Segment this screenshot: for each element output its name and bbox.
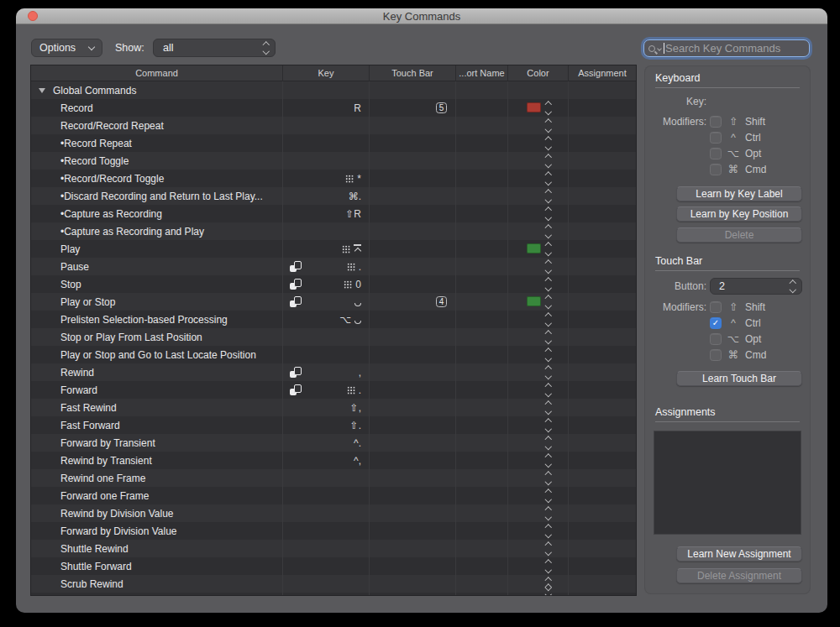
stepper-up-icon[interactable] [545,102,552,108]
table-row[interactable]: Forward by Division Value [31,522,636,540]
table-row[interactable]: Forward one Frame [31,487,636,504]
search-input[interactable] [665,42,805,55]
stepper-up-icon[interactable] [545,507,552,514]
opt-checkbox[interactable] [710,148,722,159]
color-stepper[interactable] [546,314,551,325]
color-stepper[interactable] [546,138,551,149]
table-row[interactable]: Scrub Rewind [31,575,636,593]
learn-by-key-position-button[interactable]: Learn by Key Position [676,206,802,222]
stepper-up-icon[interactable] [545,278,552,285]
table-row[interactable]: Stop or Play From Last Position [31,328,636,346]
table-row[interactable]: Play or Stop and Go to Last Locate Posit… [31,346,636,363]
table-row[interactable]: Prelisten Selection-based Processing⌥ [31,311,636,328]
stepper-up-icon[interactable] [545,419,552,426]
color-stepper[interactable] [546,155,551,166]
learn-touch-bar-button[interactable]: Learn Touch Bar [676,371,802,386]
stepper-down-icon[interactable] [545,513,552,520]
color-swatch[interactable] [527,296,541,306]
show-dropdown[interactable]: all [153,39,276,57]
table-row[interactable]: Shuttle Rewind [31,540,636,557]
shift-checkbox[interactable] [710,116,722,128]
color-stepper[interactable] [546,367,551,378]
stepper-down-icon[interactable] [545,284,552,290]
delete-button[interactable]: Delete [676,227,802,243]
stepper-up-icon[interactable] [545,542,552,549]
tb-shift-checkbox[interactable] [710,301,722,313]
color-stepper[interactable] [546,384,551,395]
group-row[interactable]: Global Commands [31,81,636,99]
table-row[interactable]: Rewind by Division Value [31,504,636,522]
options-button[interactable]: Options [31,39,102,57]
table-row[interactable] [31,593,636,595]
stepper-down-icon[interactable] [545,425,552,431]
table-row[interactable]: •Discard Recording and Return to Last Pl… [31,187,636,205]
color-stepper[interactable] [546,191,551,201]
tb-opt-checkbox[interactable] [710,333,722,345]
table-row[interactable]: Record/Record Repeat [31,117,636,134]
table-row[interactable]: Pause. [31,258,636,275]
stepper-up-icon[interactable] [545,172,552,179]
stepper-down-icon[interactable] [545,107,552,114]
cmd-checkbox[interactable] [710,164,722,175]
stepper-down-icon[interactable] [545,407,552,414]
stepper-down-icon[interactable] [545,213,552,220]
tb-cmd-checkbox[interactable] [710,349,722,361]
stepper-up-icon[interactable] [545,207,552,214]
table-row[interactable]: Fast Forward⇧. [31,416,636,434]
stepper-down-icon[interactable] [545,590,552,595]
table-row[interactable]: Rewind one Frame [31,469,636,487]
color-stepper[interactable] [546,208,551,219]
stepper-down-icon[interactable] [545,319,552,326]
stepper-down-icon[interactable] [545,442,552,449]
stepper-down-icon[interactable] [545,160,552,167]
column-header-touch-bar[interactable]: Touch Bar [370,65,456,81]
color-stepper[interactable] [546,455,551,466]
table-row[interactable]: Fast Rewind⇧, [31,399,636,416]
color-stepper[interactable] [546,102,551,113]
column-header-assignment[interactable]: Assignment [569,65,636,81]
table-row[interactable]: RecordR5 [31,99,636,117]
color-stepper[interactable] [546,349,551,360]
stepper-up-icon[interactable] [545,348,552,355]
search-scope-chevron-icon[interactable] [657,46,662,51]
delete-assignment-button[interactable]: Delete Assignment [676,568,802,583]
color-stepper[interactable] [546,243,551,254]
stepper-up-icon[interactable] [545,577,552,584]
color-stepper[interactable] [546,543,551,554]
stepper-down-icon[interactable] [545,143,552,149]
color-stepper[interactable] [546,508,551,519]
stepper-up-icon[interactable] [545,225,552,232]
color-swatch[interactable] [527,102,541,112]
stepper-up-icon[interactable] [545,525,552,531]
color-stepper[interactable] [546,296,551,307]
stepper-up-icon[interactable] [545,584,552,591]
color-stepper[interactable] [546,490,551,501]
stepper-down-icon[interactable] [545,337,552,343]
stepper-down-icon[interactable] [545,196,552,202]
stepper-down-icon[interactable] [545,566,552,572]
stepper-down-icon[interactable] [545,125,552,132]
search-field[interactable] [643,39,810,57]
stepper-up-icon[interactable] [545,137,552,144]
column-header-short-name[interactable]: ...ort Name [456,65,508,81]
stepper-down-icon[interactable] [545,231,552,238]
table-row[interactable]: Shuttle Forward [31,557,636,575]
ctrl-checkbox[interactable] [710,132,722,144]
color-stepper[interactable] [546,585,551,595]
color-stepper[interactable] [546,402,551,413]
stepper-up-icon[interactable] [545,489,552,496]
stepper-up-icon[interactable] [545,313,552,320]
color-stepper[interactable] [546,437,551,448]
color-stepper[interactable] [546,261,551,272]
stepper-up-icon[interactable] [545,190,552,196]
color-stepper[interactable] [546,332,551,342]
color-swatch[interactable] [527,243,541,253]
color-stepper[interactable] [546,279,551,290]
color-stepper[interactable] [546,420,551,431]
stepper-up-icon[interactable] [545,366,552,373]
stepper-down-icon[interactable] [545,266,552,273]
table-row[interactable]: Play or Stop4 [31,293,636,311]
table-row[interactable]: •Capture as Recording⇧R [31,205,636,222]
learn-new-assignment-button[interactable]: Learn New Assignment [676,546,802,562]
column-header-color[interactable]: Color [508,65,569,81]
